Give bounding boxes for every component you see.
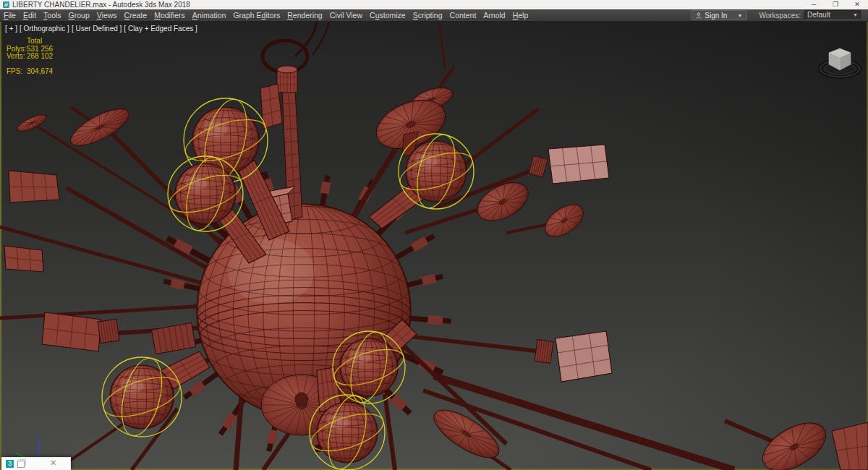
menu-customize[interactable]: Customize (366, 9, 409, 21)
stats-fps-row: FPS: 304,674 (7, 68, 53, 76)
stats-verts-row: Verts: 268 102 (7, 53, 53, 61)
user-icon (696, 12, 702, 19)
viewport-label-segment-1[interactable]: [ Orthographic ] (20, 25, 69, 33)
window-title: LIBERTY CHANDELIER.max - Autodesk 3ds Ma… (12, 1, 190, 9)
viewport-label-segment-0[interactable]: [ + ] (5, 25, 17, 33)
workspaces-group: Workspaces: Default ▼ (759, 10, 861, 20)
menu-create[interactable]: Create (121, 9, 151, 21)
viewport-3d-scene (0, 21, 868, 470)
menu-modifiers[interactable]: Modifiers (150, 9, 189, 21)
menu-items: FileEditToolsGroupViewsCreateModifiersAn… (0, 9, 532, 21)
viewport-label: [ + ][ Orthographic ][ User Defined ][ C… (5, 25, 197, 33)
menu-file[interactable]: File (0, 9, 20, 21)
sign-in-button[interactable]: Sign In ▼ (691, 10, 747, 20)
restore-icon[interactable] (17, 461, 25, 468)
menu-scripting[interactable]: Scripting (409, 9, 446, 21)
maximize-button[interactable]: ❐ (825, 0, 846, 9)
viewport-orthographic[interactable]: [ + ][ Orthographic ][ User Defined ][ C… (0, 21, 868, 470)
statistics-overlay: Total Polys: 531 256 Verts: 268 102 FPS:… (7, 38, 53, 75)
menu-group[interactable]: Group (65, 9, 93, 21)
menu-graph-editors[interactable]: Graph Editors (229, 9, 284, 21)
menu-edit[interactable]: Edit (20, 9, 40, 21)
menu-views[interactable]: Views (93, 9, 121, 21)
menu-arnold[interactable]: Arnold (480, 9, 509, 21)
chevron-down-icon: ▼ (737, 13, 742, 18)
minimize-button[interactable]: ─ (803, 0, 825, 9)
menu-content[interactable]: Content (446, 9, 480, 21)
menu-tools[interactable]: Tools (40, 9, 65, 21)
popup-window-fragment[interactable]: 3 ✕ (1, 457, 71, 470)
viewport-label-segment-3[interactable]: [ Clay + Edged Faces ] (124, 25, 197, 33)
chevron-down-icon: ▼ (853, 11, 858, 20)
menu-rendering[interactable]: Rendering (284, 9, 326, 21)
sign-in-label: Sign In (705, 12, 727, 20)
viewport-label-segment-2[interactable]: [ User Defined ] (72, 25, 122, 33)
title-bar: LIBERTY CHANDELIER.max - Autodesk 3ds Ma… (0, 0, 868, 9)
workspaces-label: Workspaces: (759, 12, 801, 20)
menu-bar: FileEditToolsGroupViewsCreateModifiersAn… (0, 9, 868, 22)
menu-animation[interactable]: Animation (189, 9, 230, 21)
popup-close-icon[interactable]: ✕ (50, 458, 56, 468)
workspaces-select[interactable]: Default ▼ (804, 10, 861, 20)
menu-civil-view[interactable]: Civil View (326, 9, 366, 21)
3dsmax-app-icon (3, 1, 9, 8)
stats-total-header: Total (27, 38, 53, 46)
popup-badge: 3 (6, 460, 14, 468)
close-button[interactable]: ✕ (846, 0, 868, 9)
menu-help[interactable]: Help (509, 9, 532, 21)
viewcube[interactable] (817, 33, 862, 80)
workspaces-value: Default (807, 11, 830, 20)
